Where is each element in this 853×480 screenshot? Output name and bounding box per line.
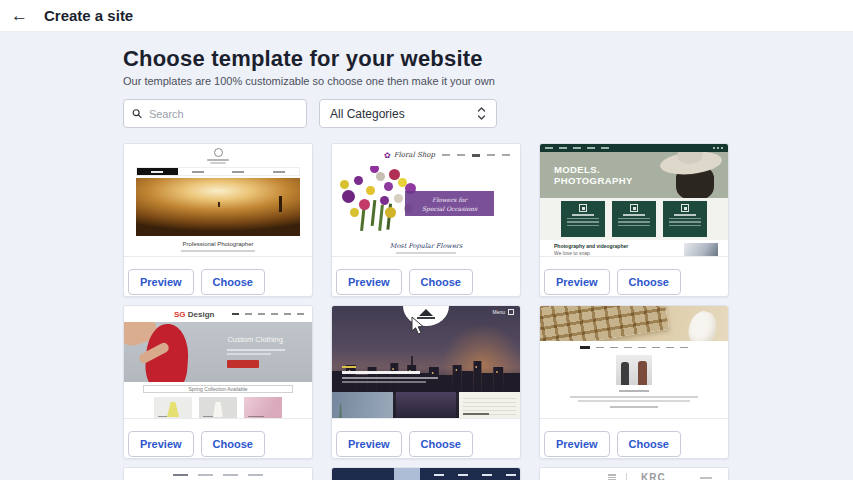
choose-button[interactable]: Choose bbox=[409, 269, 473, 295]
thumb-nav-item bbox=[248, 474, 263, 476]
preview-button[interactable]: Preview bbox=[128, 269, 194, 295]
preview-button[interactable]: Preview bbox=[336, 269, 402, 295]
thumb-nav-item bbox=[458, 474, 468, 476]
template-thumbnail[interactable] bbox=[124, 468, 312, 480]
thumb-nav-item bbox=[545, 147, 553, 149]
thumb-nav-item bbox=[442, 154, 450, 156]
preview-button[interactable]: Preview bbox=[128, 431, 194, 457]
flower-icon: ✿ bbox=[384, 151, 391, 160]
feature-cards bbox=[540, 198, 728, 240]
choose-button[interactable]: Choose bbox=[409, 431, 473, 457]
template-card-professional-photographer: Professional Photographer Preview Choose bbox=[123, 143, 313, 297]
preview-button[interactable]: Preview bbox=[336, 431, 402, 457]
product-thumb bbox=[199, 397, 237, 419]
choose-button[interactable]: Choose bbox=[617, 269, 681, 295]
thumb-nav-item bbox=[457, 154, 465, 156]
thumb-nav-tab bbox=[178, 168, 219, 175]
hero-title: Custom Clothing bbox=[227, 335, 282, 344]
product-thumb bbox=[244, 397, 282, 419]
preview-button[interactable]: Preview bbox=[544, 269, 610, 295]
thumb-header: ✿ Floral Shop bbox=[332, 144, 520, 166]
menu-icon bbox=[508, 309, 514, 315]
thumb-nav-tab bbox=[137, 168, 178, 175]
template-card-city-night: Menu Preview Choose bbox=[331, 305, 521, 459]
thumb-footer: Most Popular Flowers bbox=[332, 240, 520, 257]
template-thumbnail[interactable]: ✿ Floral Shop Flowers for bbox=[332, 144, 520, 257]
feature-card bbox=[663, 201, 707, 237]
text-line bbox=[342, 377, 438, 379]
thumb-nav-item bbox=[223, 474, 238, 476]
text-line bbox=[417, 317, 435, 319]
template-thumbnail[interactable] bbox=[332, 468, 520, 480]
template-card-models-photography: MODELS. PHOTOGRAPHY bbox=[539, 143, 729, 297]
thumb-nav-item bbox=[472, 154, 480, 157]
text-line bbox=[342, 371, 420, 374]
article-text: Photography and videographer We love to … bbox=[554, 243, 628, 257]
thumb-nav-item bbox=[482, 474, 492, 476]
hero-photo-tulips: Flowers for Special Occasions bbox=[332, 166, 520, 240]
chevron-up-down-icon bbox=[477, 107, 486, 120]
card-actions: Preview Choose bbox=[332, 419, 520, 457]
site-logo: KRC bbox=[641, 472, 666, 480]
flower-bouquet bbox=[384, 182, 393, 191]
thumb-nav-item bbox=[587, 147, 595, 149]
image-icon bbox=[630, 204, 638, 212]
text-line bbox=[570, 396, 698, 398]
thumb-nav-item bbox=[284, 313, 291, 315]
thumb-active-tab bbox=[394, 468, 420, 480]
site-logo: ✿ Floral Shop bbox=[384, 151, 435, 160]
thumb-navbar bbox=[442, 154, 510, 157]
card-actions: Preview Choose bbox=[332, 257, 520, 295]
card-actions: Preview Choose bbox=[124, 419, 312, 457]
card-actions: Preview Choose bbox=[124, 257, 312, 295]
template-thumbnail[interactable]: Professional Photographer bbox=[124, 144, 312, 257]
thumb-caption: Most Popular Flowers bbox=[332, 242, 520, 250]
template-thumbnail[interactable]: KRC bbox=[540, 468, 728, 480]
choose-button[interactable]: Choose bbox=[201, 269, 265, 295]
thumb-nav-tab bbox=[218, 168, 259, 175]
social-icons bbox=[713, 147, 723, 149]
gallery-thumb-night bbox=[396, 392, 457, 418]
search-input[interactable] bbox=[149, 108, 298, 120]
text-line bbox=[608, 474, 616, 480]
thumb-nav-item bbox=[258, 313, 265, 315]
thumb-navbar bbox=[540, 346, 728, 349]
template-thumbnail[interactable]: MODELS. PHOTOGRAPHY bbox=[540, 144, 728, 257]
template-thumbnail[interactable] bbox=[540, 306, 728, 419]
site-logo: SG Design bbox=[174, 310, 214, 319]
text-line bbox=[619, 390, 649, 392]
template-card-floral-shop: ✿ Floral Shop Flowers for bbox=[331, 143, 521, 297]
thumb-nav-item bbox=[652, 347, 660, 349]
thumb-nav-item bbox=[297, 313, 304, 315]
article-image bbox=[684, 243, 718, 256]
thumb-header: SG Design bbox=[124, 306, 312, 322]
template-card-partial-krc: KRC bbox=[539, 467, 729, 480]
choose-button[interactable]: Choose bbox=[201, 431, 265, 457]
about-photo bbox=[616, 355, 652, 385]
product-thumb bbox=[154, 397, 192, 419]
text-line bbox=[181, 250, 255, 252]
page-title: Create a site bbox=[44, 7, 133, 24]
preview-button[interactable]: Preview bbox=[544, 431, 610, 457]
search-icon bbox=[132, 108, 142, 119]
thumb-nav-item bbox=[610, 347, 618, 349]
product-row bbox=[124, 397, 312, 419]
section-heading: Choose template for your website bbox=[123, 46, 853, 72]
template-thumbnail[interactable]: SG Design Custom Clothing bbox=[124, 306, 312, 419]
text-line bbox=[578, 400, 690, 402]
text-line bbox=[210, 162, 226, 164]
thumb-navbar bbox=[540, 144, 728, 152]
thumb-nav-item bbox=[487, 154, 495, 156]
template-thumbnail[interactable]: Menu bbox=[332, 306, 520, 419]
mountain-logo-icon bbox=[419, 309, 433, 316]
filter-bar: All Categories bbox=[123, 99, 853, 128]
category-select[interactable]: All Categories bbox=[319, 99, 497, 128]
choose-button[interactable]: Choose bbox=[617, 431, 681, 457]
thumb-article: Photography and videographer We love to … bbox=[540, 240, 728, 257]
search-box[interactable] bbox=[123, 99, 307, 128]
section-subheading: Our templates are 100% customizable so c… bbox=[123, 75, 853, 87]
thumb-nav-item bbox=[271, 313, 278, 315]
thumb-nav-item bbox=[245, 313, 252, 315]
thumb-button bbox=[227, 360, 259, 368]
back-arrow-icon[interactable]: ← bbox=[11, 7, 28, 24]
